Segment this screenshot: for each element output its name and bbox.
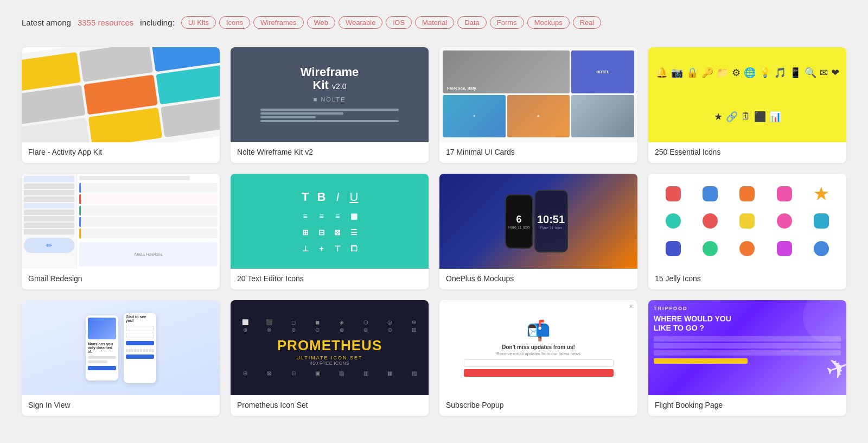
tag-list: UI KitsIconsWireframesWebWearableiOSMate…: [181, 16, 602, 29]
tag-icons[interactable]: Icons: [219, 16, 250, 29]
card-gmail-label: Gmail Redesign: [22, 269, 220, 289]
card-cards-label: 17 Minimal UI Cards: [439, 142, 637, 163]
tag-ios[interactable]: iOS: [386, 16, 412, 29]
card-texteditor-thumb: T B I U ≡ ≡ ≡ ▦ ⊞ ⊟ ⊠ ☰ ⊥ + ⊤ ⧠: [231, 174, 429, 269]
card-signin[interactable]: Mansions you only dreamed of. Glad to se…: [22, 300, 220, 416]
card-flare[interactable]: Flare - Activity App Kit: [22, 47, 220, 163]
card-wireframe[interactable]: Wireframe Kit v2.0 ■ NOLTE Nolte Wirefra…: [231, 47, 429, 163]
card-wireframe-label: Nolte Wireframe Kit v2: [231, 142, 429, 163]
card-texteditor-label: 20 Text Editor Icons: [231, 269, 429, 289]
card-flight[interactable]: TRIPFOOD WHERE WOULD YOULIKE TO GO ? ✈ F…: [648, 300, 846, 416]
tag-real[interactable]: Real: [573, 16, 602, 29]
popup-close-icon: ✕: [629, 303, 633, 309]
card-cards[interactable]: Florence, Italy HOTEL ☀ ★ 17 Minimal UI …: [439, 47, 637, 163]
card-essential-thumb: 🔔📷 🔒🔑 📁⚙ 🌐💡 🎵📱 🔍✉ ❤★ 🔗🗓 ⬛📊: [648, 47, 846, 142]
card-subscribe-thumb: ✕ 📬 Don't miss updates from us! Receive …: [439, 300, 637, 395]
tag-ui-kits[interactable]: UI Kits: [181, 16, 216, 29]
tag-material[interactable]: Material: [415, 16, 454, 29]
tag-wearable[interactable]: Wearable: [339, 16, 382, 29]
card-cards-thumb: Florence, Italy HOTEL ☀ ★: [439, 47, 637, 142]
card-flare-label: Flare - Activity App Kit: [22, 142, 220, 163]
card-oneplus-thumb: 6 Flare 11 Icon 10:51 Flare 11 Icon: [439, 174, 637, 269]
header-prefix: Latest among: [22, 18, 71, 27]
header-suffix: including:: [140, 18, 174, 27]
card-signin-thumb: Mansions you only dreamed of. Glad to se…: [22, 300, 220, 395]
header-count: 3355 resources: [78, 18, 133, 27]
resource-header: Latest among 3355 resources including: U…: [22, 11, 846, 34]
tag-data[interactable]: Data: [457, 16, 486, 29]
card-prometheus-thumb: ⬜⬛◻◼ ◈⬡◎⊛ ⊕⊗⊘⊙ ⊚⊜⊝⊞ PROMETHEUS ULTIMATE …: [231, 300, 429, 395]
tag-mockups[interactable]: Mockups: [527, 16, 570, 29]
card-jelly-thumb: [648, 174, 846, 269]
tag-forms[interactable]: Forms: [490, 16, 524, 29]
card-flight-thumb: TRIPFOOD WHERE WOULD YOULIKE TO GO ? ✈: [648, 300, 846, 395]
tag-wireframes[interactable]: Wireframes: [253, 16, 303, 29]
card-flare-thumb: [22, 47, 220, 142]
card-gmail[interactable]: ✏ Malia Hawkins Gmail Redesign: [22, 174, 220, 289]
card-flight-label: Flight Booking Page: [648, 395, 846, 416]
card-oneplus[interactable]: 6 Flare 11 Icon 10:51 Flare 11 Icon OneP…: [439, 174, 637, 289]
card-essential-label: 250 Essential Icons: [648, 142, 846, 163]
card-gmail-thumb: ✏ Malia Hawkins: [22, 174, 220, 269]
tag-web[interactable]: Web: [307, 16, 336, 29]
card-prometheus[interactable]: ⬜⬛◻◼ ◈⬡◎⊛ ⊕⊗⊘⊙ ⊚⊜⊝⊞ PROMETHEUS ULTIMATE …: [231, 300, 429, 416]
card-signin-label: Sign In View: [22, 395, 220, 416]
card-texteditor[interactable]: T B I U ≡ ≡ ≡ ▦ ⊞ ⊟ ⊠ ☰ ⊥ + ⊤ ⧠: [231, 174, 429, 289]
resource-grid: Flare - Activity App Kit Wireframe Kit v…: [22, 47, 846, 416]
card-jelly-label: 15 Jelly Icons: [648, 269, 846, 289]
card-jelly[interactable]: 15 Jelly Icons: [648, 174, 846, 289]
card-subscribe[interactable]: ✕ 📬 Don't miss updates from us! Receive …: [439, 300, 637, 416]
card-subscribe-label: Subscribe Popup: [439, 395, 637, 416]
card-prometheus-label: Prometheus Icon Set: [231, 395, 429, 416]
card-essential[interactable]: 🔔📷 🔒🔑 📁⚙ 🌐💡 🎵📱 🔍✉ ❤★ 🔗🗓 ⬛📊 250 Essential…: [648, 47, 846, 163]
card-wireframe-thumb: Wireframe Kit v2.0 ■ NOLTE: [231, 47, 429, 142]
card-oneplus-label: OnePlus 6 Mockups: [439, 269, 637, 289]
